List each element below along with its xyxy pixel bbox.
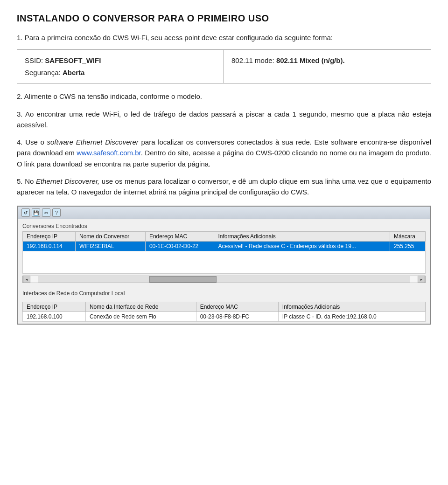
top-table-section: Conversores Encontrados Endereço IP Nome… (18, 219, 430, 276)
converters-table: Endereço IP Nome do Conversor Endereço M… (22, 231, 426, 274)
bottom-section-label: Interfaces de Rede do Computador Local (22, 290, 426, 297)
toolbar-icon-4[interactable]: ? (52, 208, 61, 217)
scrollbar-track[interactable] (38, 276, 410, 283)
page-title: INSTALANDO O CONVERSOR PARA O PRIMEIRO U… (17, 13, 431, 24)
top-section-label: Conversores Encontrados (22, 223, 426, 229)
step4-intro-text: Use o (25, 138, 47, 146)
row-name: WIFI2SERIAL (75, 242, 145, 251)
ssid-label: SSID: (25, 56, 45, 64)
iface-col-mac: Endereço MAC (196, 302, 278, 312)
step3-label: 3. (17, 110, 23, 118)
interfaces-table: Endereço IP Nome da Interface de Rede En… (22, 302, 426, 322)
interfaces-table-header: Endereço IP Nome da Interface de Rede En… (23, 302, 426, 312)
wifi-config-left: SSID: SAFESOFT_WIFI Segurança: Aberta (17, 50, 224, 83)
security-label: Segurança: (25, 69, 63, 76)
top-scrollbar[interactable]: ◂ ▸ (22, 276, 426, 283)
step2-text-content: Alimente o CWS na tensão indicada, confo… (24, 92, 202, 100)
step3-paragraph: 3. Ao encontrar uma rede Wi-Fi, o led de… (17, 109, 431, 131)
step1-label: 1. (17, 34, 23, 42)
iface-col-name: Nome da Interface de Rede (85, 302, 196, 312)
step4-software: software (47, 138, 73, 146)
col-name: Nome do Conversor (75, 232, 145, 242)
iface-row-ip: 192.168.0.100 (23, 312, 86, 322)
col-mac: Endereço MAC (145, 232, 214, 242)
mode-value: 802.11 Mixed (n/g/b). (276, 56, 345, 64)
step2-paragraph: 2. Alimente o CWS na tensão indicada, co… (17, 91, 431, 102)
step3-text-content: Ao encontrar uma rede Wi-Fi, o led de tr… (17, 110, 431, 129)
row-mac: 00-1E-C0-02-D0-22 (145, 242, 214, 251)
titlebar-icons: ↺ 💾 ✂ ? (21, 208, 61, 217)
iface-col-ip: Endereço IP (23, 302, 86, 312)
scroll-right-arrow[interactable]: ▸ (418, 276, 425, 283)
col-mask: Máscara (390, 232, 426, 242)
step5-intro: No (25, 177, 36, 185)
converters-table-header: Endereço IP Nome do Conversor Endereço M… (23, 232, 426, 242)
iface-col-info: Informações Adicionais (278, 302, 425, 312)
ssid-value: SAFESOFT_WIFI (45, 56, 101, 64)
col-ip: Endereço IP (23, 232, 76, 242)
app-window: ↺ 💾 ✂ ? Conversores Encontrados Endereço… (17, 206, 431, 325)
toolbar-icon-2[interactable]: 💾 (32, 208, 40, 217)
table-row-empty (23, 251, 426, 274)
step5-paragraph: 5. No Ethernet Discoverer, use os menus … (17, 176, 431, 198)
mode-label: 802.11 mode: (231, 56, 276, 64)
safesoft-link[interactable]: www.safesoft.com.br (77, 149, 141, 157)
table-row[interactable]: 192.168.0.114 WIFI2SERIAL 00-1E-C0-02-D0… (23, 242, 426, 251)
step4-paragraph: 4. Use o software Ethernet Discoverer pa… (17, 137, 431, 169)
step5-label: 5. (17, 177, 23, 185)
scrollbar-thumb[interactable] (149, 276, 217, 283)
row-mask: 255.255 (390, 242, 426, 251)
iface-row-mac: 00-23-08-F8-8D-FC (196, 312, 278, 322)
wifi-config-grid: SSID: SAFESOFT_WIFI Segurança: Aberta 80… (17, 49, 431, 83)
scroll-left-arrow[interactable]: ◂ (23, 276, 30, 283)
table-row[interactable]: 192.168.0.100 Conexão de Rede sem Fio 00… (23, 312, 426, 322)
wifi-config-right: 802.11 mode: 802.11 Mixed (n/g/b). (224, 50, 431, 83)
step5-italic: Ethernet Discoverer, (36, 177, 99, 185)
row-ip: 192.168.0.114 (23, 242, 76, 251)
step4-ethernet: Ethernet Discoverer (76, 138, 139, 146)
iface-row-name: Conexão de Rede sem Fio (85, 312, 196, 322)
step1-text-content: Para a primeira conexão do CWS Wi-Fi, se… (25, 34, 333, 42)
bottom-table-section: Endereço IP Nome da Interface de Rede En… (18, 298, 430, 324)
section-divider (18, 287, 430, 287)
app-titlebar: ↺ 💾 ✂ ? (18, 207, 430, 219)
col-info: Informações Adicionais (214, 232, 390, 242)
step1-paragraph: 1. Para a primeira conexão do CWS Wi-Fi,… (17, 32, 431, 43)
step4-label: 4. (17, 138, 23, 146)
security-value: Aberta (63, 69, 85, 76)
step2-label: 2. (17, 92, 23, 100)
iface-row-info: IP classe C - ID. da Rede:192.168.0.0 (278, 312, 425, 322)
toolbar-icon-1[interactable]: ↺ (21, 208, 30, 217)
toolbar-icon-3[interactable]: ✂ (42, 208, 50, 217)
row-info: Acessível! - Rede classe C - Endereços v… (214, 242, 390, 251)
